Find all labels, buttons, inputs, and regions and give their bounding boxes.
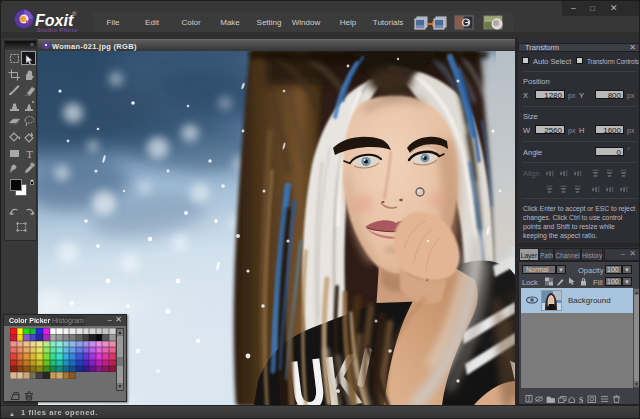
svg-text:S: S xyxy=(579,396,584,405)
svg-text:Fοxit: Fοxit xyxy=(35,12,74,29)
svg-text:®: ® xyxy=(72,11,77,17)
svg-text:T: T xyxy=(26,147,33,159)
